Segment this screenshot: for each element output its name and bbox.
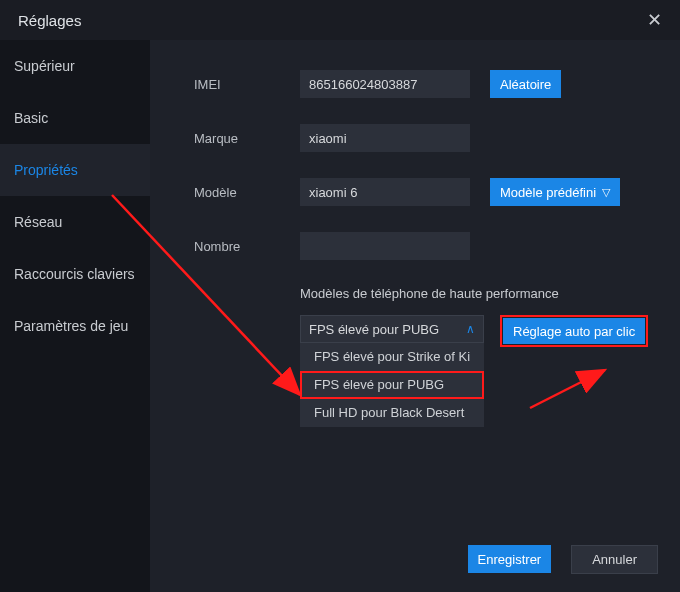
imei-label: IMEI xyxy=(194,77,300,92)
imei-input[interactable] xyxy=(300,70,470,98)
sidebar-item-raccourcis[interactable]: Raccourcis claviers xyxy=(0,248,150,300)
perf-dropdown-selected: FPS élevé pour PUBG xyxy=(309,322,439,337)
number-label: Nombre xyxy=(194,239,300,254)
imei-random-button[interactable]: Aléatoire xyxy=(490,70,561,98)
sidebar-item-reseau[interactable]: Réseau xyxy=(0,196,150,248)
sidebar-item-proprietes[interactable]: Propriétés xyxy=(0,144,150,196)
model-preset-label: Modèle prédéfini xyxy=(500,185,596,200)
chevron-down-icon: ▽ xyxy=(602,186,610,199)
model-input[interactable] xyxy=(300,178,470,206)
number-input[interactable] xyxy=(300,232,470,260)
sidebar: Supérieur Basic Propriétés Réseau Raccou… xyxy=(0,40,150,592)
main-panel: IMEI Aléatoire Marque Modèle Modèle préd… xyxy=(150,40,680,592)
footer: Enregistrer Annuler xyxy=(468,545,658,574)
perf-section-label: Modèles de téléphone de haute performanc… xyxy=(300,286,660,301)
perf-dropdown[interactable]: FPS élevé pour PUBG ∧ FPS élevé pour Str… xyxy=(300,315,484,427)
close-icon[interactable]: ✕ xyxy=(642,9,666,31)
perf-option-strike[interactable]: FPS élevé pour Strike of Ki xyxy=(300,343,484,371)
chevron-up-icon: ∧ xyxy=(466,322,475,336)
auto-setting-highlight: Réglage auto par clic xyxy=(500,315,648,347)
save-button[interactable]: Enregistrer xyxy=(468,545,552,573)
cancel-button[interactable]: Annuler xyxy=(571,545,658,574)
model-label: Modèle xyxy=(194,185,300,200)
perf-dropdown-list: FPS élevé pour Strike of Ki FPS élevé po… xyxy=(300,343,484,427)
auto-setting-button[interactable]: Réglage auto par clic xyxy=(503,318,645,344)
perf-dropdown-head[interactable]: FPS élevé pour PUBG ∧ xyxy=(300,315,484,343)
window-title: Réglages xyxy=(18,12,81,29)
brand-input[interactable] xyxy=(300,124,470,152)
sidebar-item-basic[interactable]: Basic xyxy=(0,92,150,144)
perf-option-blackdesert[interactable]: Full HD pour Black Desert xyxy=(300,399,484,427)
sidebar-item-parametres-jeu[interactable]: Paramètres de jeu xyxy=(0,300,150,352)
perf-option-pubg[interactable]: FPS élevé pour PUBG xyxy=(300,371,484,399)
brand-label: Marque xyxy=(194,131,300,146)
model-preset-button[interactable]: Modèle prédéfini ▽ xyxy=(490,178,620,206)
sidebar-item-superieur[interactable]: Supérieur xyxy=(0,40,150,92)
titlebar: Réglages ✕ xyxy=(0,0,680,40)
